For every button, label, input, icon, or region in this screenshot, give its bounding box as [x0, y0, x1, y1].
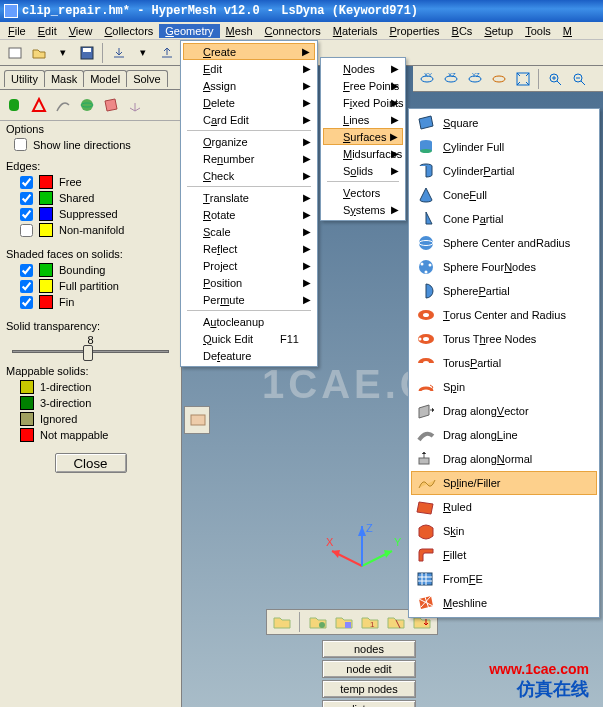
- mi-project[interactable]: Project▶: [183, 257, 315, 274]
- tab-utility[interactable]: Utility: [4, 70, 45, 87]
- mi-autocleanup[interactable]: Autocleanup: [183, 313, 315, 330]
- rev-icon[interactable]: [488, 68, 510, 90]
- mi-cone-full[interactable]: Cone Full: [411, 183, 597, 207]
- menu-geometry[interactable]: Geometry: [159, 24, 219, 38]
- chk-shared[interactable]: [20, 192, 33, 205]
- mi-reflect[interactable]: Reflect▶: [183, 240, 315, 257]
- menu-setup[interactable]: Setup: [478, 24, 519, 38]
- mi-nodes[interactable]: Nodes▶: [323, 60, 403, 77]
- menu-materials[interactable]: Materials: [327, 24, 384, 38]
- chk-suppressed[interactable]: [20, 208, 33, 221]
- chk-free[interactable]: [20, 176, 33, 189]
- mi-quick-edit[interactable]: Quick EditF11: [183, 330, 315, 347]
- menu-bcs[interactable]: BCs: [446, 24, 479, 38]
- rotate-xy-icon[interactable]: XY: [416, 68, 438, 90]
- menu-tools[interactable]: Tools: [519, 24, 557, 38]
- mi-organize[interactable]: Organize▶: [183, 133, 315, 150]
- zoom-in-icon[interactable]: [544, 68, 566, 90]
- folder-icon[interactable]: [385, 611, 407, 633]
- import-icon[interactable]: [108, 42, 130, 64]
- mi-fixed-points[interactable]: Fixed Points▶: [323, 94, 403, 111]
- mi-solids[interactable]: Solids▶: [323, 162, 403, 179]
- tb-icon[interactable]: ▾: [132, 42, 154, 64]
- mi-create[interactable]: Create▶: [183, 43, 315, 60]
- menu-file[interactable]: File: [2, 24, 32, 38]
- folder-icon[interactable]: [271, 611, 293, 633]
- mi-card-edit[interactable]: Card Edit▶: [183, 111, 315, 128]
- mi-drag-along-vector[interactable]: Drag along Vector: [411, 399, 597, 423]
- mi-cone-partial[interactable]: Cone Partial: [411, 207, 597, 231]
- transparency-slider[interactable]: [12, 350, 169, 353]
- panel-temp-nodes[interactable]: temp nodes: [322, 680, 416, 698]
- mi-assign[interactable]: Assign▶: [183, 77, 315, 94]
- folder-icon[interactable]: 1: [359, 611, 381, 633]
- mi-drag-along-line[interactable]: Drag along Line: [411, 423, 597, 447]
- mi-drag-along-normal[interactable]: Drag along Normal: [411, 447, 597, 471]
- axis-icon[interactable]: [126, 96, 144, 114]
- mi-vectors[interactable]: Vectors: [323, 184, 403, 201]
- mi-spin[interactable]: Spin: [411, 375, 597, 399]
- mi-spline-filler[interactable]: Spline/Filler: [411, 471, 597, 495]
- mi-fillet[interactable]: Fillet: [411, 543, 597, 567]
- menu-connectors[interactable]: Connectors: [259, 24, 327, 38]
- mi-torus-center-and-radius[interactable]: Torus Center and Radius: [411, 303, 597, 327]
- panel-distance[interactable]: distance: [322, 700, 416, 707]
- mi-skin[interactable]: Skin: [411, 519, 597, 543]
- mi-sphere-four-nodes[interactable]: Sphere Four Nodes: [411, 255, 597, 279]
- mi-rotate[interactable]: Rotate▶: [183, 206, 315, 223]
- mi-torus-partial[interactable]: Torus Partial: [411, 351, 597, 375]
- zoom-out-icon[interactable]: [568, 68, 590, 90]
- save-icon[interactable]: [76, 42, 98, 64]
- folder-icon[interactable]: [333, 611, 355, 633]
- mi-torus-three-nodes[interactable]: Torus Three Nodes: [411, 327, 597, 351]
- mi-lines[interactable]: Lines▶: [323, 111, 403, 128]
- menu-collectors[interactable]: Collectors: [98, 24, 159, 38]
- menu-view[interactable]: View: [63, 24, 99, 38]
- mi-sphere-partial[interactable]: Sphere Partial: [411, 279, 597, 303]
- open-icon[interactable]: [28, 42, 50, 64]
- mi-meshline[interactable]: Meshline: [411, 591, 597, 615]
- mi-position[interactable]: Position▶: [183, 274, 315, 291]
- chk-non-manifold[interactable]: [20, 224, 33, 237]
- rotate-yz-icon[interactable]: YZ: [464, 68, 486, 90]
- mi-sphere-center-and-radius[interactable]: Sphere Center and Radius: [411, 231, 597, 255]
- triangle-icon[interactable]: [30, 96, 48, 114]
- mi-permute[interactable]: Permute▶: [183, 291, 315, 308]
- tab-model[interactable]: Model: [83, 70, 127, 87]
- mi-surfaces[interactable]: Surfaces▶: [323, 128, 403, 145]
- rotate-xz-icon[interactable]: XZ: [440, 68, 462, 90]
- chk-bounding[interactable]: [20, 264, 33, 277]
- mi-ruled[interactable]: Ruled: [411, 495, 597, 519]
- fit-icon[interactable]: [512, 68, 534, 90]
- panel-nodes[interactable]: nodes: [322, 640, 416, 658]
- close-button[interactable]: Close: [55, 453, 127, 473]
- mi-square[interactable]: Square: [411, 111, 597, 135]
- menu-mesh[interactable]: Mesh: [220, 24, 259, 38]
- mi-check[interactable]: Check▶: [183, 167, 315, 184]
- mi-free-points[interactable]: Free Points▶: [323, 77, 403, 94]
- tab-solve[interactable]: Solve: [126, 70, 168, 87]
- tb-icon[interactable]: ▾: [52, 42, 74, 64]
- mi-renumber[interactable]: Renumber▶: [183, 150, 315, 167]
- curve-icon[interactable]: [54, 96, 72, 114]
- mi-translate[interactable]: Translate▶: [183, 189, 315, 206]
- mi-edit[interactable]: Edit▶: [183, 60, 315, 77]
- menu-edit[interactable]: Edit: [32, 24, 63, 38]
- show-line-dirs-checkbox[interactable]: [14, 138, 27, 151]
- mi-systems[interactable]: Systems▶: [323, 201, 403, 218]
- folder-icon[interactable]: [307, 611, 329, 633]
- menu-properties[interactable]: Properties: [383, 24, 445, 38]
- chk-full partition[interactable]: [20, 280, 33, 293]
- mi-scale[interactable]: Scale▶: [183, 223, 315, 240]
- mi-midsurfaces[interactable]: Midsurfaces▶: [323, 145, 403, 162]
- mi-cylinder-full[interactable]: Cylinder Full: [411, 135, 597, 159]
- solid-icon[interactable]: [6, 96, 24, 114]
- mi-cylinder-partial[interactable]: Cylinder Partial: [411, 159, 597, 183]
- menu-m[interactable]: M: [557, 24, 578, 38]
- panel-node-edit[interactable]: node edit: [322, 660, 416, 678]
- sphere-icon[interactable]: [78, 96, 96, 114]
- mi-delete[interactable]: Delete▶: [183, 94, 315, 111]
- tab-mask[interactable]: Mask: [44, 70, 84, 87]
- tb-icon[interactable]: [4, 42, 26, 64]
- card-icon[interactable]: [187, 409, 209, 431]
